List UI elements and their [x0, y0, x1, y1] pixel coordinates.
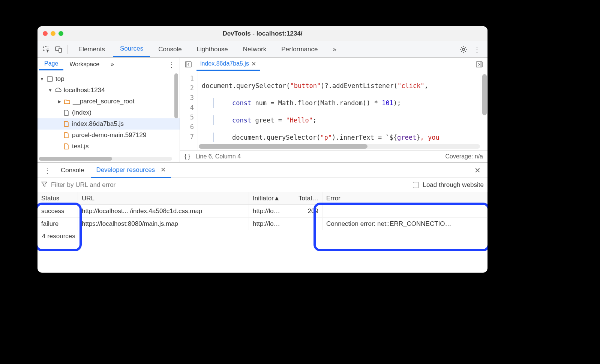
cell-total: 209 — [290, 205, 322, 217]
tree-folder-label: __parcel_source_root — [73, 98, 134, 105]
navigator-menu-icon[interactable]: ⋮ — [165, 60, 178, 69]
subtabs-overflow[interactable]: » — [105, 59, 119, 70]
window-controls — [38, 31, 63, 36]
cell-error: Connection error: net::ERR_CONNECTIO… — [322, 218, 488, 230]
tree-host[interactable]: ▼ localhost:1234 — [38, 85, 180, 96]
table-row[interactable]: failure https://localhost:8080/main.js.m… — [38, 218, 488, 230]
file-label: test.js — [72, 143, 88, 150]
line-gutter: 1234567 — [180, 71, 198, 150]
drawer-tab-console[interactable]: Console — [56, 164, 89, 177]
tree-file-indexjs[interactable]: index.86da7ba5.js — [38, 118, 180, 130]
cell-initiator: http://lo… — [249, 218, 290, 230]
tab-elements[interactable]: Elements — [72, 42, 112, 57]
tab-lighthouse[interactable]: Lighthouse — [190, 42, 235, 57]
cursor-position: Line 6, Column 4 — [195, 153, 241, 160]
editor-tab-label: index.86da7ba5.js — [200, 60, 249, 67]
editor-tabs: index.86da7ba5.js ✕ — [180, 58, 488, 71]
minimize-window-button[interactable] — [51, 31, 56, 36]
resources-table: Status URL Initiator▲ Total… Error succe… — [38, 192, 488, 230]
tree-file-index[interactable]: (index) — [38, 107, 180, 118]
titlebar: DevTools - localhost:1234/ — [38, 26, 488, 41]
tab-console[interactable]: Console — [152, 42, 188, 57]
pretty-print-icon[interactable]: { } — [184, 153, 190, 160]
navigator-panel: Page Workspace » ⋮ ▼ top ▼ localhost:123… — [38, 58, 180, 162]
tabs-overflow[interactable]: » — [326, 42, 343, 57]
folder-icon — [64, 98, 70, 105]
col-total[interactable]: Total… — [290, 192, 322, 204]
file-label: parcel-demo-main.597129 — [72, 131, 146, 139]
drawer-menu-icon[interactable]: ⋮ — [40, 166, 54, 175]
tab-sources[interactable]: Sources — [113, 41, 150, 57]
code-scrollbar-vertical[interactable] — [482, 74, 487, 115]
close-window-button[interactable] — [43, 31, 48, 36]
svg-rect-2 — [59, 48, 62, 52]
kebab-menu-icon[interactable]: ⋮ — [470, 45, 484, 54]
toggle-debugger-icon[interactable] — [474, 59, 484, 70]
tree-scrollbar-vertical[interactable] — [174, 73, 178, 118]
filter-input[interactable] — [51, 181, 409, 189]
col-url[interactable]: URL — [78, 192, 249, 204]
tree-file-parceldemo[interactable]: parcel-demo-main.597129 — [38, 130, 180, 141]
col-status[interactable]: Status — [38, 192, 78, 204]
editor-panel: index.86da7ba5.js ✕ 1234567 document.que… — [180, 58, 488, 162]
editor-status: { } Line 6, Column 4 Coverage: n/a — [180, 150, 488, 162]
window-title: DevTools - localhost:1234/ — [38, 30, 488, 37]
file-label: (index) — [72, 109, 92, 116]
coverage-label: Coverage: n/a — [445, 153, 483, 160]
cell-url: http://localhost... /index.4a508c1d.css.… — [78, 205, 249, 217]
filter-row: Load through website — [38, 178, 488, 192]
subtab-page[interactable]: Page — [39, 58, 63, 70]
tree-folder[interactable]: ▶ __parcel_source_root — [38, 96, 180, 107]
editor-file-tab[interactable]: index.86da7ba5.js ✕ — [196, 58, 260, 71]
sources-main: Page Workspace » ⋮ ▼ top ▼ localhost:123… — [38, 58, 488, 163]
drawer-tab-devresources[interactable]: Developer resources ✕ — [91, 163, 171, 178]
file-icon — [63, 143, 70, 150]
table-row[interactable]: success http://localhost... /index.4a508… — [38, 205, 488, 218]
devtools-window: DevTools - localhost:1234/ Elements Sour… — [38, 26, 488, 273]
navigator-tabs: Page Workspace » ⋮ — [38, 58, 180, 71]
device-toggle-icon[interactable] — [53, 44, 64, 55]
svg-point-3 — [462, 48, 465, 51]
close-tab-icon[interactable]: ✕ — [251, 60, 256, 67]
svg-rect-6 — [185, 62, 187, 67]
cell-initiator: http://lo… — [249, 205, 290, 217]
cloud-icon — [55, 87, 62, 94]
load-through-label: Load through website — [423, 181, 484, 189]
maximize-window-button[interactable] — [58, 31, 63, 36]
table-header: Status URL Initiator▲ Total… Error — [38, 192, 488, 205]
toggle-navigator-icon[interactable] — [183, 59, 194, 70]
cell-error — [322, 205, 488, 217]
tree-top[interactable]: ▼ top — [38, 73, 180, 85]
drawer-tabs: ⋮ Console Developer resources ✕ ✕ — [38, 163, 488, 178]
cell-status: failure — [38, 218, 78, 230]
cell-total — [290, 218, 322, 230]
file-icon — [63, 109, 70, 116]
drawer: ⋮ Console Developer resources ✕ ✕ Load t… — [38, 163, 488, 273]
tab-performance[interactable]: Performance — [274, 42, 324, 57]
tree-scrollbar-horizontal[interactable] — [39, 157, 172, 161]
subtab-workspace[interactable]: Workspace — [64, 59, 105, 70]
file-tree: ▼ top ▼ localhost:1234 ▶ __parcel_source… — [38, 71, 180, 162]
tab-network[interactable]: Network — [236, 42, 273, 57]
file-label: index.86da7ba5.js — [72, 120, 124, 128]
col-initiator[interactable]: Initiator▲ — [249, 192, 290, 204]
inspect-icon[interactable] — [41, 44, 52, 55]
code-editor[interactable]: 1234567 document.querySelector("button")… — [180, 71, 488, 150]
code-content[interactable]: document.querySelector("button")?.addEve… — [198, 71, 488, 150]
svg-rect-8 — [480, 62, 482, 67]
load-through-checkbox[interactable] — [413, 182, 419, 188]
cell-status: success — [38, 205, 78, 217]
col-error[interactable]: Error — [322, 192, 488, 204]
code-scrollbar-horizontal[interactable] — [199, 144, 480, 149]
tree-file-testjs[interactable]: test.js — [38, 141, 180, 152]
file-icon — [63, 121, 70, 127]
filter-icon — [41, 181, 47, 189]
settings-icon[interactable] — [458, 44, 469, 55]
drawer-close-icon[interactable]: ✕ — [471, 166, 484, 175]
tree-host-label: localhost:1234 — [64, 87, 105, 94]
file-icon — [63, 132, 70, 139]
close-drawer-tab-icon[interactable]: ✕ — [160, 166, 166, 173]
svg-rect-4 — [47, 77, 52, 81]
tree-top-label: top — [56, 75, 64, 83]
cell-url: https://localhost:8080/main.js.map — [78, 218, 249, 230]
